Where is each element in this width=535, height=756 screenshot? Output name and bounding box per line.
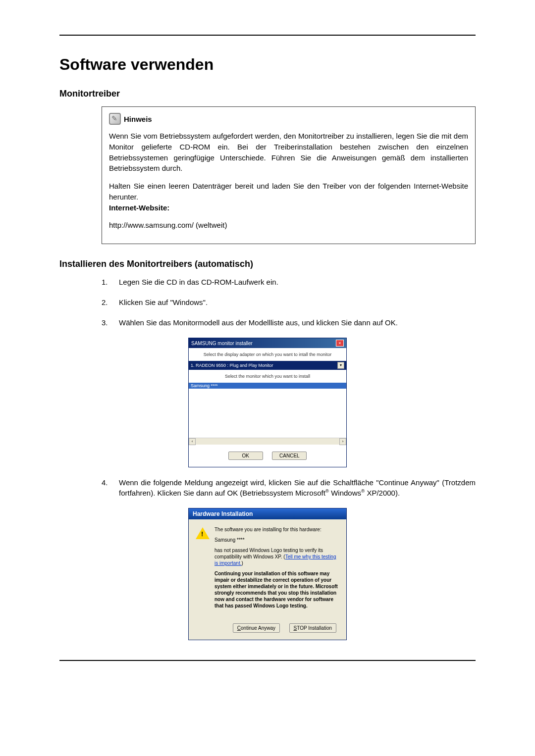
install-steps-cont: 4. Wenn die folgende Meldung angezeigt w… — [102, 477, 476, 498]
install-steps: 1. Legen Sie die CD in das CD-ROM-Laufwe… — [102, 277, 476, 328]
installer-title-text: SAMSUNG monitor installer — [191, 341, 253, 346]
close-icon[interactable]: × — [336, 340, 344, 347]
section-monitortreiber: Monitortreiber — [59, 89, 476, 99]
horizontal-scrollbar[interactable]: ‹ › — [189, 438, 346, 445]
ok-button[interactable]: OK — [228, 452, 263, 460]
stop-installation-button[interactable]: STOP Installation — [289, 623, 336, 633]
section-install-auto: Installieren des Monitortreibers (automa… — [59, 259, 476, 269]
monitor-instruction: Select the monitor which you want to ins… — [189, 370, 346, 383]
installer-dialog: SAMSUNG monitor installer × Select the d… — [188, 338, 347, 467]
adapter-instruction: Select the display adapter on which you … — [189, 348, 346, 361]
monitor-listbox[interactable]: Samsung **** ‹ › — [189, 383, 346, 445]
top-rule — [59, 35, 476, 36]
monitor-item-selected[interactable]: Samsung **** — [189, 383, 346, 389]
warning-text: The software you are installing for this… — [214, 526, 339, 613]
continue-anyway-button[interactable]: Continue Anyway — [233, 623, 280, 633]
step-3: 3. Wählen Sie das Monitormodell aus der … — [102, 317, 476, 328]
hint-paragraph-2: Halten Sie einen leeren Datenträger bere… — [109, 181, 468, 213]
scroll-left-icon[interactable]: ‹ — [189, 438, 196, 445]
adapter-dropdown[interactable]: 1. RADEON 9550 : Plug and Play Monitor ▾ — [189, 361, 346, 370]
hint-label: Hinweis — [124, 115, 152, 123]
step-2: 2. Klicken Sie auf "Windows". — [102, 297, 476, 307]
hint-box: Hinweis Wenn Sie vom Betriebssystem aufg… — [102, 106, 476, 244]
hardware-install-dialog: Hardware Installation ! The software you… — [188, 508, 347, 640]
hint-paragraph-1: Wenn Sie vom Betriebssystem aufgefordert… — [109, 131, 468, 174]
installer-titlebar: SAMSUNG monitor installer × — [189, 338, 346, 348]
note-icon — [109, 113, 121, 125]
cancel-button[interactable]: CANCEL — [272, 452, 307, 460]
hint-url: http://www.samsung.com/ (weltweit) — [109, 220, 468, 231]
scroll-right-icon[interactable]: › — [339, 438, 346, 445]
chevron-down-icon[interactable]: ▾ — [337, 362, 344, 369]
page-title: Software verwenden — [59, 55, 476, 74]
step-1: 1. Legen Sie die CD in das CD-ROM-Laufwe… — [102, 277, 476, 287]
warning-icon: ! — [196, 526, 210, 540]
step-4: 4. Wenn die folgende Meldung angezeigt w… — [102, 477, 476, 498]
hardware-titlebar: Hardware Installation — [189, 508, 346, 519]
bottom-rule — [59, 660, 476, 661]
